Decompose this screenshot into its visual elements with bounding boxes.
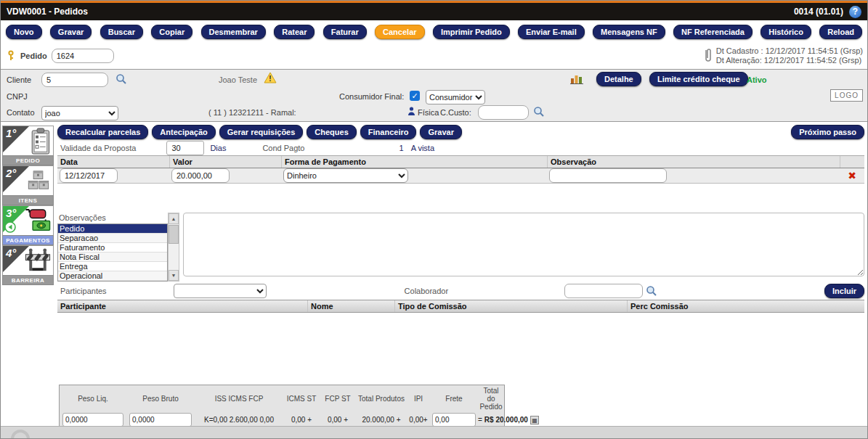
step-number: 4° <box>6 247 16 259</box>
step-pagamentos[interactable]: 3° PAGAMENTOS <box>2 205 54 245</box>
total-produtos-label: Total Produtos <box>356 393 407 404</box>
cheques-button[interactable]: Cheques <box>307 125 356 139</box>
obs-item-pedido[interactable]: Pedido <box>58 224 167 234</box>
desmembrar-button[interactable]: Desmembrar <box>201 25 266 39</box>
cliente-search-icon[interactable] <box>115 73 127 85</box>
pedido-row: Pedido Dt Cadastro : 12/12/2017 11:54:51… <box>1 43 867 69</box>
peso-liq-label: Peso Liq. <box>60 393 126 404</box>
validade-dias-input[interactable] <box>166 141 204 155</box>
frete-input[interactable] <box>432 413 476 427</box>
iss-icms-fcp-value: K=0,00 2.600,00 0,00 <box>195 416 283 424</box>
gerar-requisicoes-button[interactable]: Gerar requisições <box>219 125 304 139</box>
historico-button[interactable]: Histórico <box>760 25 811 39</box>
window-title: VDW0001 - Pedidos <box>7 7 88 17</box>
detalhe-button[interactable]: Detalhe <box>596 72 641 86</box>
paperclip-icon <box>704 48 713 64</box>
chart-icon[interactable] <box>570 73 583 84</box>
cond-pagto-codigo: 1 <box>399 144 404 152</box>
fcp-st-label: FCP ST <box>320 393 356 404</box>
dt-alteracao: Dt Alteração: 12/12/2017 11:54:52 (Grsp) <box>716 56 863 65</box>
consumidor-final-checkbox[interactable]: ✓ <box>410 91 420 101</box>
copiar-button[interactable]: Copiar <box>151 25 192 39</box>
pagamento-valor-input[interactable] <box>171 168 230 183</box>
scrollbar-thumb[interactable] <box>169 225 179 244</box>
status-badge: Ativo <box>747 75 767 84</box>
step-pedido[interactable]: 1° PEDIDO <box>2 126 54 165</box>
ratear-button[interactable]: Ratear <box>274 25 315 39</box>
warning-icon[interactable]: ! <box>264 72 277 84</box>
pessoa-tipo-label: Física <box>418 108 439 117</box>
app-window: VDW0001 - Pedidos 0014 (01.01) ? Novo Gr… <box>0 0 868 439</box>
scroll-down-icon[interactable]: ▼ <box>169 270 179 281</box>
cliente-codigo-input[interactable] <box>41 73 108 87</box>
obs-item-nota-fiscal[interactable]: Nota Fiscal <box>58 253 167 262</box>
col-tipo-comissao: Tipo de Comissão <box>394 300 627 312</box>
col-nome: Nome <box>307 300 394 312</box>
pedido-numero-input[interactable] <box>52 49 114 63</box>
cliente-nome: Joao Teste <box>219 75 257 84</box>
total-pedido-label: Total do Pedido <box>478 385 504 412</box>
peso-bruto-input[interactable] <box>129 413 192 427</box>
bottom-strip <box>1 426 867 438</box>
forma-pagamento-select[interactable]: Dinheiro <box>283 168 408 183</box>
pedido-label: Pedido <box>20 52 47 60</box>
ccusto-search-icon[interactable] <box>533 106 545 118</box>
back-arrow-icon[interactable] <box>4 221 16 234</box>
gravar-pagamentos-button[interactable]: Gravar <box>420 125 461 139</box>
buscar-button[interactable]: Buscar <box>100 25 143 39</box>
colaborador-input[interactable] <box>564 284 643 298</box>
incluir-button[interactable]: Incluir <box>824 284 864 298</box>
peso-liq-input[interactable] <box>62 413 123 427</box>
participantes-row: Participantes Colaborador Incluir <box>57 283 864 298</box>
cond-pagto-desc: A vista <box>411 144 434 152</box>
financeiro-button[interactable]: Financeiro <box>360 125 417 139</box>
reload-button[interactable]: Reload <box>819 25 862 39</box>
antecipacao-button[interactable]: Antecipação <box>152 125 215 139</box>
gravar-button[interactable]: Gravar <box>50 25 92 39</box>
obs-item-operacional[interactable]: Operacional <box>58 271 167 281</box>
observacoes-label: Observações <box>57 213 168 223</box>
calculator-icon[interactable]: ▦ <box>530 416 539 424</box>
participantes-select[interactable] <box>174 284 267 298</box>
key-icon <box>7 50 16 62</box>
delete-row-icon[interactable]: ✖ <box>840 170 864 181</box>
validade-proposta-label: Validade da Proposta <box>60 144 136 152</box>
enviar-email-button[interactable]: Enviar E-mail <box>518 25 585 39</box>
scroll-up-icon[interactable]: ▲ <box>169 213 179 224</box>
listbox-scrollbar[interactable]: ▲ ▼ <box>168 213 179 282</box>
participantes-empty-area <box>57 313 864 385</box>
colaborador-search-icon[interactable] <box>646 285 657 297</box>
obs-item-entrega[interactable]: Entrega <box>58 262 167 271</box>
observacoes-block: Observações Pedido Separacao Faturamento… <box>57 213 864 282</box>
recalcular-parcelas-button[interactable]: Recalcular parcelas <box>57 125 148 139</box>
participantes-label: Participantes <box>60 287 107 295</box>
consumidor-tipo-select[interactable]: Consumidor <box>426 90 485 104</box>
faturar-button[interactable]: Faturar <box>323 25 367 39</box>
proximo-passo-button[interactable]: Próximo passo <box>791 125 864 139</box>
iss-icms-fcp-label: ISS ICMS FCP <box>195 393 283 404</box>
nf-referenciada-button[interactable]: NF Referenciada <box>673 25 753 39</box>
proposta-row: Validade da Proposta Dias Cond Pagto 1 A… <box>57 141 864 155</box>
observacao-textarea[interactable] <box>183 213 864 276</box>
limite-credito-cheque-button[interactable]: Limite crédito cheque <box>649 72 748 86</box>
step-barreira[interactable]: 4° BARREIRA <box>2 245 54 285</box>
ccusto-input[interactable] <box>478 105 529 120</box>
contato-select[interactable]: joao <box>41 106 118 120</box>
help-icon[interactable]: ? <box>849 6 861 18</box>
step-itens-label: ITENS <box>2 195 54 205</box>
cond-pagto-label: Cond Pagto <box>262 144 304 152</box>
novo-button[interactable]: Novo <box>6 25 42 39</box>
obs-item-separacao[interactable]: Separacao <box>58 234 167 243</box>
cnpj-label: CNPJ <box>7 92 28 101</box>
payments-panel: Recalcular parcelas Antecipação Gerar re… <box>56 122 867 427</box>
cancelar-button[interactable]: Cancelar <box>375 25 424 39</box>
col-perc-comissao: Perc Comissão <box>627 300 864 312</box>
step-pagamentos-label: PAGAMENTOS <box>2 235 54 245</box>
mensagens-nf-button[interactable]: Mensagens NF <box>593 25 665 39</box>
pagamento-data-input[interactable] <box>60 168 118 183</box>
obs-item-faturamento[interactable]: Faturamento <box>58 243 167 253</box>
imprimir-pedido-button[interactable]: Imprimir Pedido <box>433 25 510 39</box>
step-itens[interactable]: 2° ITENS <box>2 165 54 205</box>
step-pedido-label: PEDIDO <box>2 155 54 165</box>
pagamento-observacao-input[interactable] <box>549 168 667 183</box>
